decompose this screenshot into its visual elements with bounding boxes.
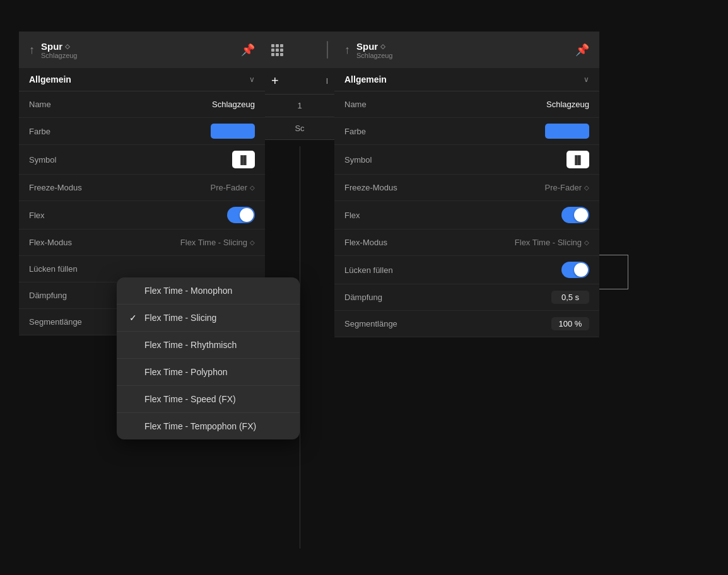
callout-bracket — [628, 255, 628, 289]
dropdown-label-tempophon: Flex Time - Tempophon (FX) — [144, 421, 256, 431]
right-freeze-label: Freeze-Modus — [344, 183, 397, 192]
dropdown-item-polyphon[interactable]: Flex Time - Polyphon — [117, 359, 300, 386]
right-symbol-label: Symbol — [344, 155, 372, 165]
right-flexmodus-row: Flex-Modus Flex Time - Slicing ◇ — [334, 229, 599, 256]
dropdown-item-rhythmisch[interactable]: Flex Time - Rhythmisch — [117, 332, 300, 359]
up-arrow-icon: ↑ — [29, 44, 35, 57]
left-flex-label: Flex — [29, 211, 45, 220]
grid-icon[interactable] — [271, 44, 283, 56]
dropdown-label-polyphon: Flex Time - Polyphon — [144, 367, 228, 377]
right-dampfung-value[interactable]: 0,5 s — [551, 291, 589, 304]
left-section-title: Allgemein — [29, 74, 71, 84]
left-lucken-label: Lücken füllen — [29, 264, 78, 274]
right-header-chevron: ◇ — [380, 43, 385, 50]
left-freeze-row: Freeze-Modus Pre-Fader ◇ — [19, 175, 265, 201]
right-freeze-value[interactable]: Pre-Fader ◇ — [544, 183, 589, 192]
right-farbe-row: Farbe — [334, 118, 599, 145]
dropdown-item-slicing[interactable]: ✓ Flex Time - Slicing — [117, 305, 300, 332]
dropdown-label-slicing: Flex Time - Slicing — [144, 313, 216, 323]
left-symbol-label: Symbol — [29, 155, 56, 165]
right-section-title: Allgemein — [344, 74, 387, 84]
left-flex-row: Flex — [19, 201, 265, 229]
left-panel: ↑ Spur ◇ Schlagzeug 📌 Allgemein ∨ — [19, 32, 265, 335]
dropdown-item-monophon[interactable]: Flex Time - Monophon — [117, 277, 300, 305]
left-pin-icon[interactable]: 📌 — [241, 43, 255, 57]
left-farbe-row: Farbe — [19, 118, 265, 145]
right-header-subtitle: Schlagzeug — [356, 52, 393, 59]
right-section-chevron[interactable]: ∨ — [584, 75, 589, 84]
right-lucken-row: Lücken füllen — [334, 256, 599, 284]
left-header-title: Spur — [41, 41, 62, 52]
left-name-label: Name — [29, 100, 51, 109]
left-freeze-label: Freeze-Modus — [29, 183, 82, 192]
right-symbol-row: Symbol ▐▌ — [334, 145, 599, 175]
right-lucken-label: Lücken füllen — [344, 265, 393, 275]
left-header: ↑ Spur ◇ Schlagzeug 📌 — [19, 32, 265, 68]
left-flex-toggle[interactable] — [227, 207, 255, 223]
left-header-chevron: ◇ — [65, 43, 70, 50]
right-header: ↑ Spur ◇ Schlagzeug 📌 — [334, 32, 599, 68]
right-panel: ↑ Spur ◇ Schlagzeug 📌 Allgemein ∨ — [334, 32, 599, 337]
dropdown-label-monophon: Flex Time - Monophon — [144, 286, 232, 296]
flex-callout-line — [599, 255, 628, 255]
right-flex-row: Flex — [334, 201, 599, 229]
dropdown-label-speed: Flex Time - Speed (FX) — [144, 394, 236, 404]
left-section-header: Allgemein ∨ — [19, 68, 265, 91]
right-flex-label: Flex — [344, 211, 360, 220]
track-abbrev: Sc — [295, 124, 304, 133]
right-freeze-row: Freeze-Modus Pre-Fader ◇ — [334, 175, 599, 201]
right-dampfung-row: Dämpfung 0,5 s — [334, 284, 599, 311]
left-name-value: Schlagzeug — [212, 100, 255, 109]
left-dampfung-label: Dämpfung — [29, 291, 67, 300]
right-lucken-toggle[interactable] — [561, 262, 589, 278]
right-name-label: Name — [344, 100, 367, 109]
right-flexmodus-value[interactable]: Flex Time - Slicing ◇ — [515, 238, 589, 247]
right-header-title: Spur — [356, 41, 378, 52]
left-symbol-button[interactable]: ▐▌ — [232, 151, 255, 168]
right-farbe-label: Farbe — [344, 127, 366, 136]
right-segmentlange-value[interactable]: 100 % — [551, 317, 589, 330]
right-name-value: Schlagzeug — [546, 100, 589, 109]
right-pin-icon[interactable]: 📌 — [575, 43, 589, 57]
left-header-subtitle: Schlagzeug — [41, 52, 78, 59]
left-symbol-row: Symbol ▐▌ — [19, 145, 265, 175]
left-segmentlange-label: Segmentlänge — [29, 317, 82, 327]
right-name-row: Name Schlagzeug — [334, 91, 599, 118]
right-flexmodus-label: Flex-Modus — [344, 238, 387, 247]
flex-mode-dropdown: Flex Time - Monophon ✓ Flex Time - Slici… — [117, 277, 300, 439]
right-flex-toggle[interactable] — [561, 207, 589, 223]
right-segmentlange-label: Segmentlänge — [344, 319, 397, 328]
left-flexmodus-row: Flex-Modus Flex Time - Slicing ◇ — [19, 229, 265, 256]
dropdown-label-rhythmisch: Flex Time - Rhythmisch — [144, 340, 237, 350]
left-flexmodus-label: Flex-Modus — [29, 238, 72, 247]
check-slicing: ✓ — [128, 313, 138, 323]
dropdown-item-speed[interactable]: Flex Time - Speed (FX) — [117, 386, 300, 413]
right-symbol-button[interactable]: ▐▌ — [567, 151, 589, 168]
middle-track-label: l — [326, 76, 328, 86]
left-flexmodus-value[interactable]: Flex Time - Slicing ◇ — [180, 238, 255, 247]
left-color-swatch[interactable] — [211, 124, 255, 139]
right-color-swatch[interactable] — [545, 124, 589, 139]
dropdown-item-tempophon[interactable]: Flex Time - Tempophon (FX) — [117, 413, 300, 439]
right-up-arrow-icon: ↑ — [344, 44, 350, 57]
left-name-row: Name Schlagzeug — [19, 91, 265, 118]
track-number: 1 — [297, 101, 302, 110]
right-section-header: Allgemein ∨ — [334, 68, 599, 91]
left-section-chevron[interactable]: ∨ — [249, 75, 255, 84]
left-freeze-value[interactable]: Pre-Fader ◇ — [210, 183, 255, 192]
right-segmentlange-row: Segmentlänge 100 % — [334, 311, 599, 337]
right-dampfung-label: Dämpfung — [344, 293, 382, 302]
add-track-button[interactable]: + — [271, 74, 279, 88]
left-farbe-label: Farbe — [29, 127, 50, 136]
flexmodus-callout-line — [599, 289, 628, 289]
